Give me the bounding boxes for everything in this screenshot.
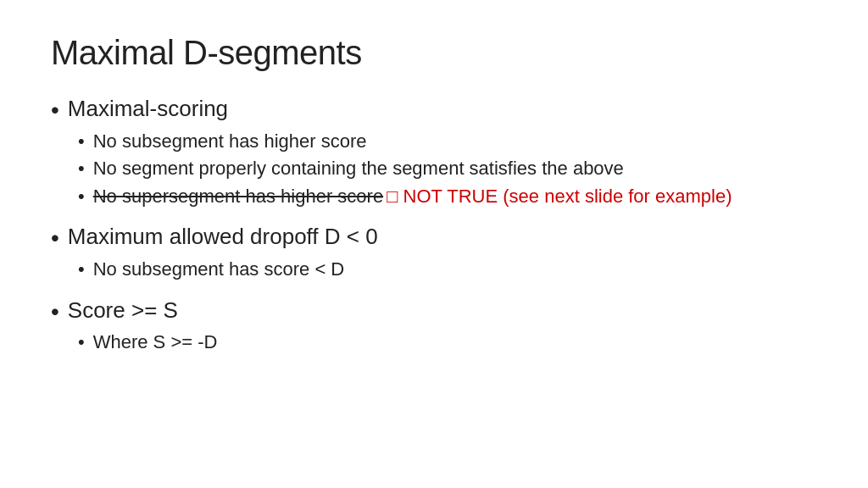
bullet-text-no-segment-properly: No segment properly containing the segme…	[93, 157, 624, 181]
strikethrough-text: No supersegment has higher score	[93, 186, 383, 207]
not-true-annotation: □ NOT TRUE (see next slide for example)	[387, 186, 732, 207]
slide: Maximal D-segments • Maximal-scoring • N…	[0, 0, 868, 488]
bullet-where-s: • Where S >= -D	[78, 330, 817, 355]
bullet-dot-1-1: •	[78, 130, 85, 154]
bullet-text-where-s: Where S >= -D	[93, 330, 218, 355]
bullet-no-subsegment-score: • No subsegment has score < D	[78, 258, 817, 282]
slide-title: Maximal D-segments	[51, 34, 817, 72]
bullet-text-no-supersegment: No supersegment has higher score□ NOT TR…	[93, 185, 732, 209]
sub-bullets-score-ges: • Where S >= -D	[78, 330, 817, 355]
bullet-dot-1: •	[51, 96, 59, 125]
bullet-dot-2-1: •	[78, 258, 85, 282]
group-maximal-scoring: • Maximal-scoring • No subsegment has hi…	[51, 96, 817, 208]
group-max-dropoff: • Maximum allowed dropoff D < 0 • No sub…	[51, 224, 817, 281]
sub-bullets-maximal-scoring: • No subsegment has higher score • No se…	[78, 130, 817, 209]
bullet-dot-3-1: •	[78, 330, 85, 355]
bullet-dot-1-2: •	[78, 157, 85, 181]
bullet-max-dropoff: • Maximum allowed dropoff D < 0	[51, 224, 817, 252]
group-score-ges: • Score >= S • Where S >= -D	[51, 297, 817, 355]
bullet-no-supersegment: • No supersegment has higher score□ NOT …	[78, 185, 817, 209]
bullet-text-no-subsegment-higher: No subsegment has higher score	[93, 130, 367, 154]
bullet-dot-3: •	[51, 297, 59, 326]
bullet-text-maximal-scoring: Maximal-scoring	[68, 96, 228, 122]
bullet-dot-2: •	[51, 224, 59, 252]
bullet-maximal-scoring: • Maximal-scoring	[51, 96, 817, 125]
bullet-text-no-subsegment-score: No subsegment has score < D	[93, 258, 345, 282]
bullet-no-segment-properly: • No segment properly containing the seg…	[78, 157, 817, 181]
bullet-dot-1-3: •	[78, 185, 85, 209]
bullet-score-ges: • Score >= S	[51, 297, 817, 326]
bullet-text-max-dropoff: Maximum allowed dropoff D < 0	[68, 224, 378, 250]
bullet-no-subsegment-higher: • No subsegment has higher score	[78, 130, 817, 154]
sub-bullets-max-dropoff: • No subsegment has score < D	[78, 258, 817, 282]
bullet-text-score-ges: Score >= S	[68, 297, 178, 324]
content-area: • Maximal-scoring • No subsegment has hi…	[51, 96, 817, 358]
